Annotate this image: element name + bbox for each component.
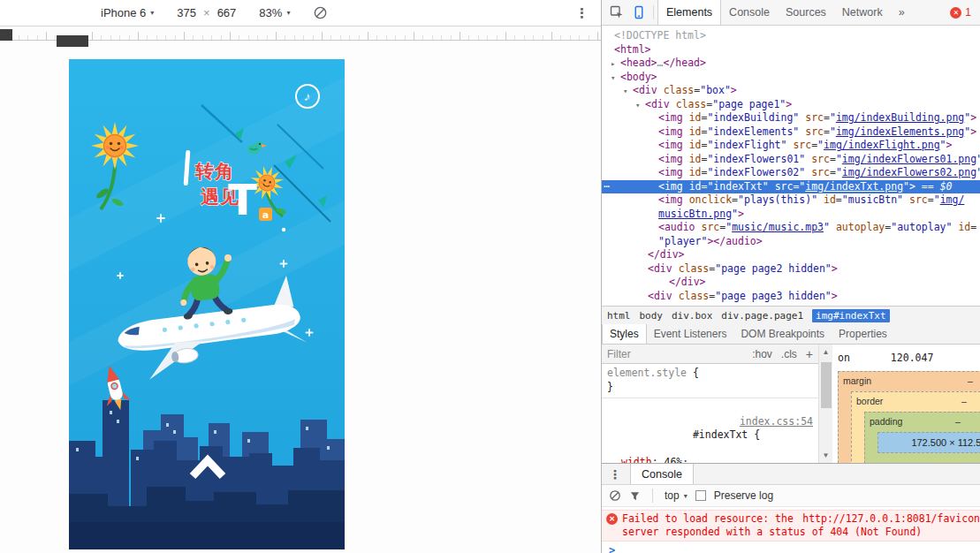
dom-tree-line[interactable]: ▾<div class="box"> — [602, 84, 980, 98]
class-toggle[interactable]: .cls — [781, 348, 797, 360]
zoom-level: 83% — [259, 6, 282, 19]
dom-tree-line[interactable]: <img id="indexFlight" src="img/indexFlig… — [602, 139, 980, 153]
drawer-menu-icon[interactable]: ⋮ — [602, 464, 627, 484]
chrome-devtools-window: iPhone 6 ▾ 375 × 667 83% ▾ ⋮ — [0, 0, 980, 553]
scrollbar-down-icon[interactable]: ▼ — [819, 451, 832, 459]
error-icon: ✕ — [950, 7, 961, 19]
styles-sidebar-tabs: Styles Event Listeners DOM Breakpoints P… — [602, 324, 980, 345]
box-model-pane: on 120.047 margin – border – padding – 1… — [832, 345, 980, 463]
preserve-log-checkbox[interactable] — [695, 490, 706, 501]
chevron-down-icon: ▾ — [684, 492, 688, 500]
device-toggle-icon[interactable] — [627, 0, 650, 25]
dom-tree-line[interactable]: </div> — [602, 248, 980, 262]
error-count: 1 — [965, 6, 971, 19]
dom-tree-line[interactable]: ▾<body> — [602, 71, 980, 85]
stylesheet-link[interactable]: index.css:54 — [740, 415, 813, 429]
dom-tree-line[interactable]: ▾<div class="page page1"> — [602, 98, 980, 112]
dom-tree-line[interactable]: <img onclick="plays(this)" id="musicBtn"… — [602, 193, 980, 208]
content-dimensions: 172.500 × 112.578 — [911, 437, 980, 448]
box-model-content[interactable]: 172.500 × 112.578 — [877, 432, 980, 453]
console-prompt-chevron: > — [609, 544, 615, 553]
tab-elements[interactable]: Elements — [657, 0, 721, 25]
styles-scrollbar[interactable]: ▲ ▼ — [818, 345, 832, 463]
inline-style-rule[interactable]: element.style { } — [602, 364, 818, 398]
console-toolbar: top ▾ Preserve log — [602, 485, 980, 507]
device-toolbar: iPhone 6 ▾ 375 × 667 83% ▾ ⋮ — [0, 0, 601, 27]
box-model-margin[interactable]: margin – border – padding – 172.500 × 11… — [838, 371, 980, 463]
tab-properties[interactable]: Properties — [832, 324, 894, 344]
new-style-rule-button[interactable]: + — [806, 347, 813, 361]
tab-overflow-chevron[interactable]: » — [891, 0, 913, 25]
console-input-row[interactable]: > — [602, 542, 980, 553]
separator — [653, 5, 654, 19]
device-select[interactable]: iPhone 6 ▾ — [101, 6, 154, 19]
breadcrumb-item[interactable]: html — [607, 310, 631, 322]
chevron-down-icon: ▾ — [150, 9, 154, 17]
tab-console[interactable]: Console — [721, 0, 778, 25]
scrollbar-thumb[interactable] — [821, 362, 832, 408]
box-model-padding[interactable]: padding – 172.500 × 112.578 — [864, 412, 980, 463]
inline-style-selector: element.style — [607, 367, 687, 379]
elements-tree: <!DOCTYPE html><html>▸<head>…</head>▾<bo… — [602, 26, 980, 306]
ruler-marker — [0, 29, 12, 41]
console-drawer: ⋮ Console top ▾ Preserve log ✕ — [602, 463, 980, 553]
expand-arrow-right-icon[interactable]: ▸ — [611, 57, 620, 72]
box-model-border[interactable]: border – padding – 172.500 × 112.578 — [851, 391, 980, 463]
dom-tree-line[interactable]: <div class="page page2 hidden"> — [602, 262, 980, 276]
viewport-width-field[interactable]: 375 — [177, 6, 196, 19]
devtools-tabbar: Elements Console Sources Network » ✕ 1 — [602, 0, 980, 26]
inspect-element-icon[interactable] — [605, 0, 627, 25]
scrollbar-up-icon[interactable]: ▲ — [819, 348, 832, 356]
dom-tree-line[interactable]: <img id="indexElements" src="img/indexEl… — [602, 125, 980, 140]
dom-tree-line[interactable]: <img id="indexBuilding" src="img/indexBu… — [602, 111, 980, 125]
dom-tree-line[interactable]: <html> — [602, 43, 980, 57]
error-badge[interactable]: ✕ 1 — [950, 6, 971, 19]
dom-tree-line[interactable]: "player"></audio> — [602, 235, 980, 249]
dom-tree-line[interactable]: <div class="page page3 hidden"> — [602, 290, 980, 304]
ruler — [0, 27, 601, 41]
dom-tree-line[interactable]: <audio src="music/music.mp3" autoplay="a… — [602, 221, 980, 235]
dom-ellipsis-menu-icon[interactable]: ⋯ — [604, 180, 609, 194]
breadcrumb-item[interactable]: div.box — [672, 310, 712, 322]
device-viewport[interactable]: ♪ — [69, 59, 345, 549]
console-context-select[interactable]: top ▾ — [665, 489, 688, 502]
zoom-select[interactable]: 83% ▾ — [259, 6, 290, 19]
tab-sources[interactable]: Sources — [778, 0, 834, 25]
tab-styles[interactable]: Styles — [602, 324, 647, 344]
css-rule-indexTxt[interactable]: index.css:54 #indexTxt { width46% left29… — [602, 398, 818, 463]
breadcrumb-item[interactable]: div.page.page1 — [721, 310, 803, 322]
clear-console-icon[interactable] — [609, 489, 621, 502]
error-source-link[interactable]: http://127.0.0.1:8081/favicon — [802, 512, 980, 526]
tab-dom-breakpoints[interactable]: DOM Breakpoints — [733, 324, 832, 344]
console-error-row: ✕ http://127.0.0.1:8081/favicon Failed t… — [602, 510, 980, 542]
dom-tree-line[interactable]: </div> — [602, 276, 980, 290]
preserve-log-label: Preserve log — [714, 489, 773, 502]
dom-tree-line[interactable]: <img id="indexFlowers01" src="img/indexF… — [602, 153, 980, 167]
breadcrumb-item[interactable]: body — [640, 310, 664, 322]
rotate-icon[interactable] — [313, 5, 328, 20]
pseudo-state-toggle[interactable]: :hov — [752, 348, 772, 360]
expand-arrow-down-icon[interactable]: ▾ — [611, 72, 620, 86]
page-artwork: ♪ — [69, 59, 345, 549]
viewport-height-field[interactable]: 667 — [217, 6, 237, 19]
metrics-fragment: on 120.047 — [832, 345, 980, 364]
css-property[interactable]: width46% — [607, 456, 813, 463]
more-options-icon[interactable]: ⋮ — [575, 5, 589, 21]
breadcrumb-item[interactable]: img#indexTxt — [812, 309, 889, 322]
separator — [652, 489, 653, 503]
title-letter: T — [228, 175, 257, 224]
tab-event-listeners[interactable]: Event Listeners — [647, 324, 734, 344]
dom-tree-line[interactable]: <img id="indexFlowers02" src="img/indexF… — [602, 166, 980, 180]
styles-filter-input[interactable]: Filter — [607, 348, 631, 360]
styles-pane: Filter :hov .cls + element.style { } ind — [602, 345, 980, 463]
dom-tree-line[interactable]: <!DOCTYPE html> — [602, 29, 980, 43]
expand-arrow-down-icon[interactable]: ▾ — [623, 85, 633, 99]
console-tab[interactable]: Console — [630, 464, 694, 484]
dom-tree-line[interactable]: musicBtn.png"> — [602, 208, 980, 222]
filter-icon[interactable] — [629, 490, 641, 502]
tab-network[interactable]: Network — [834, 0, 891, 25]
breadcrumb: htmlbodydiv.boxdiv.page.page1img#indexTx… — [602, 306, 980, 324]
expand-arrow-down-icon[interactable]: ▾ — [635, 99, 645, 113]
dom-tree-line[interactable]: ⋯<img id="indexTxt" src="img/indexTxt.pn… — [602, 180, 980, 194]
dom-tree-line[interactable]: ▸<head>…</head> — [602, 57, 980, 71]
